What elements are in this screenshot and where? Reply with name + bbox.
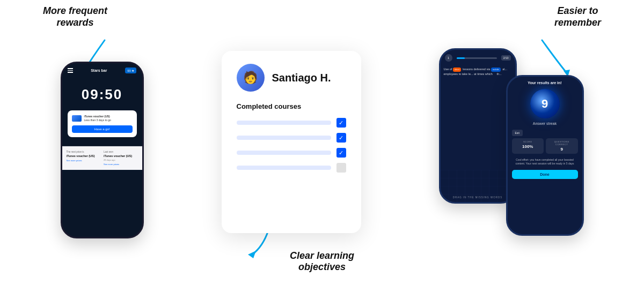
checkbox-3[interactable]: ✓ (336, 148, 346, 158)
front-phone: Your results are in! 9 Answer streak Exi… (506, 75, 584, 236)
course-row-1: ✓ (237, 118, 346, 128)
top-left-label: More frequent rewards (43, 5, 107, 28)
streak-label: Answer streak (508, 122, 582, 125)
correct-label: QUESTIONS CORRECT (548, 140, 576, 146)
correct-value: 9 (548, 147, 576, 152)
main-container: More frequent rewards Easier to remember… (0, 0, 644, 284)
course-row-3: ✓ (237, 148, 346, 158)
top-right-label: Easier to remember (554, 5, 601, 28)
checkbox-4[interactable] (336, 163, 346, 173)
result-message: Cool effort- you have completed all your… (508, 158, 582, 166)
stars-badge: 90 ★ (125, 68, 136, 73)
page-indicator: 2/10 (501, 55, 511, 61)
progress-fill (457, 57, 465, 59)
score-orb: 9 (530, 89, 560, 118)
back-phone-header: 1 2/10 (441, 50, 515, 64)
left-phone-bottom: The next prize is iTunes voucher (US) Se… (62, 146, 142, 170)
middle-card: 🧑 Santiago H. Completed courses ✓ ✓ ✓ (222, 51, 361, 233)
won-label: Last won (104, 151, 138, 153)
back-phone-body: Use of short lessons delivered via mobil… (441, 64, 515, 83)
timer-display: 09:50 (68, 86, 137, 103)
front-phone-header: Your results are in! (508, 77, 582, 87)
step-indicator: 1 (445, 54, 452, 62)
see-more-prizes-1[interactable]: See more prizes (67, 159, 101, 162)
progress-bar (457, 57, 497, 59)
score-value: 100% (514, 144, 542, 149)
won-prize-section: Last won iTunes voucher (US) 28 days ago… (104, 151, 138, 166)
course-bar-1 (237, 121, 331, 125)
checkbox-1[interactable]: ✓ (336, 118, 346, 128)
left-phone: Stars bar 90 ★ 09:50 iTunes voucher (US)… (61, 62, 144, 238)
profile-name: Santiago H. (272, 72, 331, 84)
see-more-prizes-2[interactable]: See more prizes (104, 163, 138, 166)
left-phone-header: Stars bar 90 ★ (62, 63, 142, 78)
right-phones-wrapper: 1 2/10 Use of short lessons delivered vi… (439, 48, 584, 246)
short-tag: short (453, 68, 461, 72)
won-date: 28 days ago (104, 159, 138, 161)
svg-marker-2 (248, 251, 256, 258)
reward-card-header: iTunes voucher (US) Less than 3 days to … (72, 115, 133, 122)
reward-icon (72, 115, 82, 122)
course-bar-2 (237, 136, 331, 140)
avatar: 🧑 (237, 64, 265, 92)
stars-bar-title: Stars bar (91, 69, 107, 72)
course-row-4 (237, 163, 346, 173)
won-value: iTunes voucher (US) (104, 154, 138, 158)
course-row-2: ✓ (237, 133, 346, 143)
reward-subtitle: Less than 3 days to go (84, 118, 111, 122)
next-prize-value: iTunes voucher (US) (67, 154, 101, 158)
back-phone: 1 2/10 Use of short lessons delivered vi… (439, 48, 517, 204)
grid-decoration (441, 170, 517, 202)
next-prize-section: The next prize is iTunes voucher (US) Se… (67, 151, 101, 166)
correct-stat: QUESTIONS CORRECT 9 (546, 138, 578, 154)
reward-card: iTunes voucher (US) Less than 3 days to … (68, 110, 137, 137)
svg-rect-3 (441, 170, 517, 202)
mobile-tag: mobile (491, 68, 501, 72)
course-bar-3 (237, 151, 331, 155)
stats-row: SCORE 100% QUESTIONS CORRECT 9 (508, 138, 582, 154)
courses-title: Completed courses (237, 102, 346, 110)
reward-title: iTunes voucher (US) (84, 115, 111, 118)
bottom-center-label: Clear learning objectives (290, 250, 354, 273)
hamburger-icon (68, 68, 73, 73)
score-label: SCORE (514, 140, 542, 143)
exit-button[interactable]: Exit (512, 130, 523, 136)
score-number: 9 (541, 97, 548, 111)
next-prize-label: The next prize is (67, 151, 101, 153)
course-bar-4 (237, 166, 331, 170)
profile-row: 🧑 Santiago H. (237, 64, 346, 92)
checkbox-2[interactable]: ✓ (336, 133, 346, 143)
score-stat: SCORE 100% (512, 138, 544, 154)
have-a-go-button[interactable]: Have a go! (72, 125, 133, 133)
done-button[interactable]: Done (512, 170, 578, 179)
